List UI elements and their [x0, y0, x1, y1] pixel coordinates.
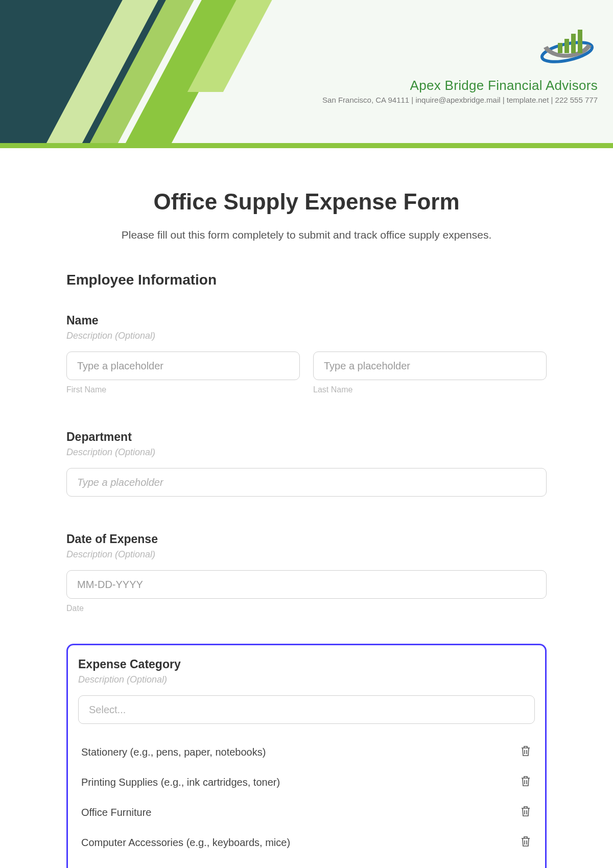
- field-category-active[interactable]: Expense Category Description (Optional) …: [66, 644, 547, 868]
- date-sublabel: Date: [66, 604, 547, 613]
- department-input[interactable]: [66, 468, 547, 497]
- field-department: Department Description (Optional): [66, 430, 547, 497]
- category-option[interactable]: Printing Supplies (e.g., ink cartridges,…: [78, 767, 535, 797]
- field-desc: Description (Optional): [66, 331, 547, 341]
- company-name: Apex Bridge Financial Advisors: [322, 78, 598, 93]
- svg-rect-2: [564, 39, 569, 53]
- field-label-date: Date of Expense: [66, 532, 547, 546]
- last-name-input[interactable]: [313, 351, 547, 380]
- field-name: Name Description (Optional) First Name L…: [66, 314, 547, 394]
- svg-rect-3: [571, 34, 576, 53]
- banner-bottom-bar: [0, 143, 613, 148]
- trash-icon[interactable]: [520, 744, 532, 760]
- category-option-label: Office Furniture: [81, 807, 151, 818]
- category-option[interactable]: Computer Accessories (e.g., keyboards, m…: [78, 828, 535, 858]
- field-label-name: Name: [66, 314, 547, 327]
- svg-rect-1: [558, 43, 562, 53]
- svg-rect-4: [578, 30, 582, 53]
- header-right: Apex Bridge Financial Advisors San Franc…: [322, 26, 598, 104]
- category-select-placeholder: Select...: [89, 704, 126, 716]
- category-option-label: Computer Accessories (e.g., keyboards, m…: [81, 837, 290, 849]
- company-logo-icon: [536, 26, 598, 68]
- form-body: Office Supply Expense Form Please fill o…: [0, 148, 613, 868]
- trash-icon[interactable]: [520, 805, 532, 820]
- field-date: Date of Expense Description (Optional) D…: [66, 532, 547, 613]
- category-option[interactable]: Office Furniture: [78, 797, 535, 828]
- first-name-sublabel: First Name: [66, 385, 300, 394]
- category-select[interactable]: Select...: [78, 695, 535, 724]
- form-intro: Please fill out this form completely to …: [66, 229, 547, 241]
- field-desc: Description (Optional): [78, 674, 535, 685]
- category-option-list: Stationery (e.g., pens, paper, notebooks…: [78, 737, 535, 858]
- category-option[interactable]: Stationery (e.g., pens, paper, notebooks…: [78, 737, 535, 767]
- header-banner: Apex Bridge Financial Advisors San Franc…: [0, 0, 613, 148]
- company-meta: San Francisco, CA 94111 | inquire@apexbr…: [322, 96, 598, 104]
- trash-icon[interactable]: [520, 835, 532, 851]
- date-input[interactable]: [66, 570, 547, 599]
- field-desc: Description (Optional): [66, 447, 547, 458]
- form-title: Office Supply Expense Form: [66, 189, 547, 215]
- category-option-label: Stationery (e.g., pens, paper, notebooks…: [81, 746, 266, 758]
- field-label-department: Department: [66, 430, 547, 444]
- section-heading-employee: Employee Information: [66, 272, 547, 288]
- category-option-label: Printing Supplies (e.g., ink cartridges,…: [81, 777, 280, 788]
- field-desc: Description (Optional): [66, 549, 547, 560]
- field-label-category: Expense Category: [78, 658, 535, 671]
- page-root: Apex Bridge Financial Advisors San Franc…: [0, 0, 613, 868]
- last-name-sublabel: Last Name: [313, 385, 547, 394]
- trash-icon[interactable]: [520, 775, 532, 790]
- first-name-input[interactable]: [66, 351, 300, 380]
